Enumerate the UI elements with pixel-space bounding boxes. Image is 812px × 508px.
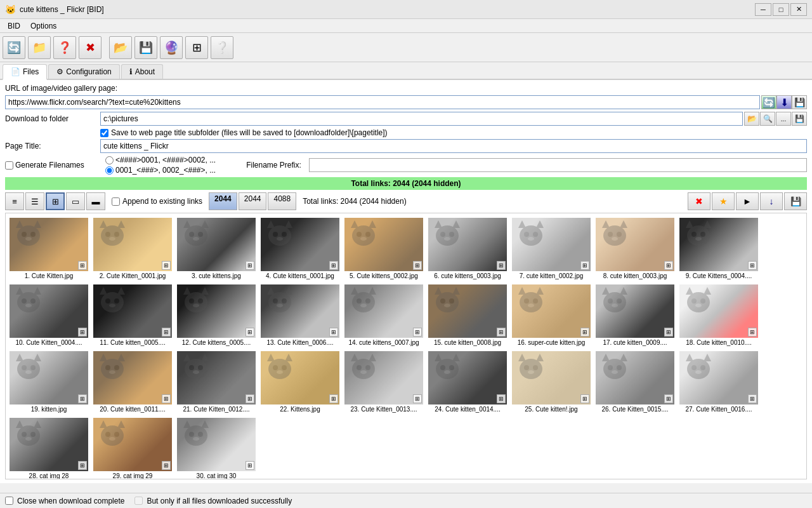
img-overlay-28[interactable]: ⊞ bbox=[78, 461, 87, 470]
img-overlay-20[interactable]: ⊞ bbox=[162, 394, 171, 403]
img-overlay-1[interactable]: ⊞ bbox=[78, 261, 87, 270]
play-button[interactable]: ► bbox=[736, 192, 759, 210]
close-button[interactable]: ✕ bbox=[790, 3, 807, 16]
search-folder-button[interactable]: 🔍 bbox=[760, 112, 775, 126]
help-button[interactable]: ❓ bbox=[53, 36, 76, 59]
image-cell-14[interactable]: ⊞14. cute kittens_0007.jpg bbox=[343, 283, 424, 348]
img-overlay-2[interactable]: ⊞ bbox=[162, 261, 171, 270]
img-overlay-29[interactable]: ⊞ bbox=[162, 461, 171, 470]
maximize-button[interactable]: □ bbox=[773, 3, 789, 16]
img-overlay-23[interactable]: ⊞ bbox=[413, 394, 422, 403]
image-cell-26[interactable]: ⊞26. Cute Kitten_0015.... bbox=[594, 349, 676, 415]
image-cell-15[interactable]: ⊞15. cute kitten_0008.jpg bbox=[427, 283, 508, 348]
img-overlay-11[interactable]: ⊞ bbox=[162, 328, 171, 337]
url-download-button[interactable]: ⬇ bbox=[776, 95, 792, 109]
img-overlay-3[interactable]: ⊞ bbox=[246, 261, 254, 270]
open-folder-button[interactable]: 📂 bbox=[109, 36, 132, 59]
image-cell-9[interactable]: ⊞9. Cute Kittens_0004.... bbox=[678, 216, 759, 281]
subfolder-checkbox[interactable] bbox=[100, 129, 108, 137]
img-overlay-15[interactable]: ⊞ bbox=[497, 328, 506, 337]
image-cell-27[interactable]: ⊞27. Cute Kitten_0016.... bbox=[678, 349, 759, 415]
image-cell-23[interactable]: ⊞23. Cute Kitten_0013.... bbox=[343, 349, 424, 415]
image-cell-22[interactable]: ⊞22. Kittens.jpg bbox=[259, 349, 341, 415]
more-folder-button[interactable]: ... bbox=[776, 112, 791, 126]
menu-bid[interactable]: BID bbox=[3, 20, 25, 32]
tab-about[interactable]: ℹ About bbox=[121, 64, 163, 79]
view-all-button[interactable]: ≡ bbox=[5, 192, 24, 210]
img-overlay-19[interactable]: ⊞ bbox=[78, 394, 87, 403]
page-title-input[interactable] bbox=[100, 139, 807, 153]
folder-input[interactable] bbox=[100, 112, 743, 126]
img-overlay-9[interactable]: ⊞ bbox=[748, 261, 757, 270]
delete-button[interactable]: ✖ bbox=[688, 192, 710, 210]
image-cell-2[interactable]: ⊞2. Cute Kitten_0001.jpg bbox=[92, 216, 173, 281]
download-arrow-button[interactable]: ↓ bbox=[760, 192, 783, 210]
image-grid-container[interactable]: ⊞1. Cute Kitten.jpg ⊞2. Cute Kitten_0001… bbox=[5, 213, 807, 479]
image-cell-19[interactable]: ⊞19. kitten.jpg bbox=[8, 349, 89, 415]
image-cell-28[interactable]: ⊞28. cat img 28 bbox=[8, 416, 89, 479]
generate-filenames-checkbox[interactable] bbox=[5, 161, 13, 170]
image-cell-13[interactable]: ⊞13. Cute Kitten_0006.... bbox=[259, 283, 341, 348]
img-overlay-24[interactable]: ⊞ bbox=[497, 394, 506, 403]
url-save-button[interactable]: 💾 bbox=[792, 95, 807, 109]
img-overlay-25[interactable]: ⊞ bbox=[580, 394, 589, 403]
image-cell-29[interactable]: ⊞29. cat img 29 bbox=[92, 416, 173, 479]
img-overlay-4[interactable]: ⊞ bbox=[329, 261, 338, 270]
refresh-button[interactable]: 🔄 bbox=[3, 36, 25, 59]
count-2044b-button[interactable]: 2044 bbox=[239, 192, 267, 210]
img-overlay-6[interactable]: ⊞ bbox=[497, 261, 506, 270]
image-cell-3[interactable]: ⊞3. cute kittens.jpg bbox=[176, 216, 257, 281]
prefix-input[interactable] bbox=[309, 158, 807, 172]
count-2044-button[interactable]: 2044 bbox=[209, 192, 237, 210]
image-cell-25[interactable]: ⊞25. Cute kitten!.jpg bbox=[511, 349, 592, 415]
image-cell-1[interactable]: ⊞1. Cute Kitten.jpg bbox=[8, 216, 89, 281]
append-checkbox[interactable] bbox=[112, 197, 120, 206]
image-cell-8[interactable]: ⊞8. cute kitten_0003.jpg bbox=[594, 216, 676, 281]
img-overlay-30[interactable]: ⊞ bbox=[246, 461, 254, 470]
image-cell-6[interactable]: ⊞6. cute kittens_0003.jpg bbox=[427, 216, 508, 281]
image-cell-10[interactable]: ⊞10. Cute Kitten_0004.... bbox=[8, 283, 89, 348]
img-overlay-14[interactable]: ⊞ bbox=[413, 328, 422, 337]
mandala-button[interactable]: 🔮 bbox=[160, 36, 183, 59]
img-overlay-27[interactable]: ⊞ bbox=[748, 394, 757, 403]
view-medium-button[interactable]: ▭ bbox=[66, 192, 85, 210]
img-overlay-5[interactable]: ⊞ bbox=[413, 261, 422, 270]
img-overlay-7[interactable]: ⊞ bbox=[580, 261, 589, 270]
image-cell-7[interactable]: ⊞7. cute kitten_0002.jpg bbox=[511, 216, 592, 281]
img-overlay-12[interactable]: ⊞ bbox=[246, 328, 254, 337]
stop-button[interactable]: ✖ bbox=[79, 36, 102, 59]
image-cell-11[interactable]: ⊞11. Cute kitten_0005.... bbox=[92, 283, 173, 348]
image-cell-20[interactable]: ⊞20. Cute kitten_0011.... bbox=[92, 349, 173, 415]
image-cell-5[interactable]: ⊞5. Cute kittens_0002.jpg bbox=[343, 216, 424, 281]
img-overlay-10[interactable]: ⊞ bbox=[78, 328, 87, 337]
save-button[interactable]: 💾 bbox=[134, 36, 157, 59]
filename-radio-2[interactable] bbox=[105, 166, 114, 175]
image-cell-17[interactable]: ⊞17. cute kitten_0009.... bbox=[594, 283, 676, 348]
view-grid-button[interactable]: ⊞ bbox=[46, 192, 65, 210]
grid-button[interactable]: ⊞ bbox=[185, 36, 208, 59]
img-overlay-26[interactable]: ⊞ bbox=[664, 394, 673, 403]
tab-configuration[interactable]: ⚙ Configuration bbox=[48, 64, 119, 79]
close-when-complete-checkbox[interactable] bbox=[5, 497, 13, 505]
save-folder-button[interactable]: 💾 bbox=[792, 112, 807, 126]
menu-options[interactable]: Options bbox=[25, 20, 62, 32]
view-large-button[interactable]: ▬ bbox=[86, 192, 105, 210]
minimize-button[interactable]: ─ bbox=[755, 3, 771, 16]
img-overlay-18[interactable]: ⊞ bbox=[748, 328, 757, 337]
image-cell-12[interactable]: ⊞12. Cute kittens_0005.... bbox=[176, 283, 257, 348]
img-overlay-22[interactable]: ⊞ bbox=[329, 394, 338, 403]
tab-files[interactable]: 📄 Files bbox=[3, 64, 47, 80]
browse-folder-button[interactable]: 📂 bbox=[744, 112, 759, 126]
img-overlay-17[interactable]: ⊞ bbox=[664, 328, 673, 337]
view-list-button[interactable]: ☰ bbox=[25, 192, 44, 210]
image-cell-4[interactable]: ⊞4. Cute kittens_0001.jpg bbox=[259, 216, 341, 281]
but-only-checkbox[interactable] bbox=[134, 497, 143, 505]
image-cell-24[interactable]: ⊞24. Cute kitten_0014.... bbox=[427, 349, 508, 415]
save-img-button[interactable]: 💾 bbox=[784, 192, 807, 210]
image-cell-30[interactable]: ⊞30. cat img 30 bbox=[176, 416, 257, 479]
image-cell-16[interactable]: ⊞16. super-cute kitten.jpg bbox=[511, 283, 592, 348]
image-cell-18[interactable]: ⊞18. Cute kitten_0010.... bbox=[678, 283, 759, 348]
image-cell-21[interactable]: ⊞21. Cute Kitten_0012.... bbox=[176, 349, 257, 415]
img-overlay-13[interactable]: ⊞ bbox=[329, 328, 338, 337]
info-button[interactable]: ❔ bbox=[211, 36, 233, 59]
